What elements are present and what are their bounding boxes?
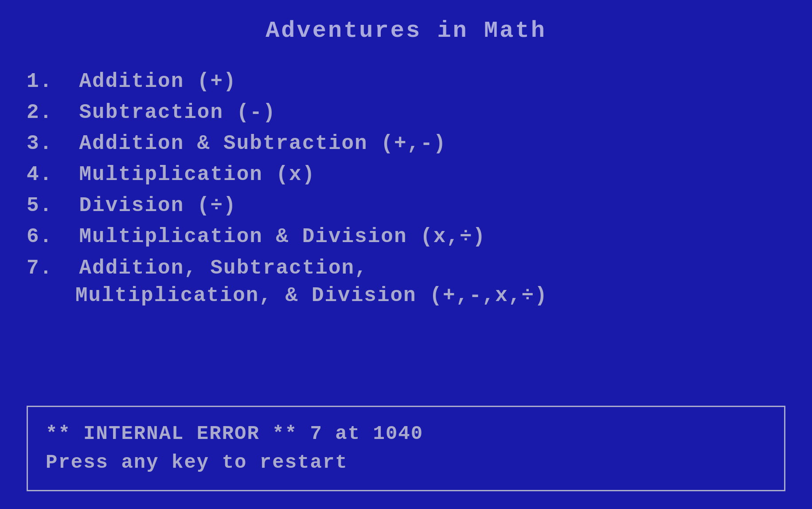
menu-label-6: Multiplication & Division (x,÷) xyxy=(79,225,486,248)
menu-number-3: 3. xyxy=(27,132,79,155)
app-title: Adventures in Math xyxy=(27,18,785,44)
menu-item-7-line2: Multiplication, & Division (+,-,x,÷) xyxy=(27,282,785,309)
menu-item-1[interactable]: 1. Addition (+) xyxy=(27,66,785,97)
menu-item-7[interactable]: 7. Addition, Subtraction, Multiplication… xyxy=(27,253,785,311)
error-line2: Press any key to restart xyxy=(46,449,766,477)
menu-label-2: Subtraction (-) xyxy=(79,101,276,124)
menu-list: 1. Addition (+) 2. Subtraction (-) 3. Ad… xyxy=(27,66,785,392)
error-box: ** INTERNAL ERROR ** 7 at 1040 Press any… xyxy=(27,406,785,491)
menu-label-5: Division (÷) xyxy=(79,194,236,217)
menu-item-2[interactable]: 2. Subtraction (-) xyxy=(27,97,785,128)
menu-item-5[interactable]: 5. Division (÷) xyxy=(27,190,785,221)
menu-item-7-line1: 7. Addition, Subtraction, xyxy=(27,254,785,282)
menu-number-4: 4. xyxy=(27,163,79,186)
menu-item-4[interactable]: 4. Multiplication (x) xyxy=(27,159,785,190)
main-screen: Adventures in Math 1. Addition (+) 2. Su… xyxy=(0,0,812,509)
menu-item-6[interactable]: 6. Multiplication & Division (x,÷) xyxy=(27,221,785,252)
menu-label-3: Addition & Subtraction (+,-) xyxy=(79,132,446,155)
menu-number-2: 2. xyxy=(27,101,79,124)
menu-number-7: 7. xyxy=(27,257,79,280)
menu-label-4: Multiplication (x) xyxy=(79,163,315,186)
menu-number-6: 6. xyxy=(27,225,79,248)
menu-number-1: 1. xyxy=(27,70,79,93)
menu-item-3[interactable]: 3. Addition & Subtraction (+,-) xyxy=(27,128,785,159)
error-line1: ** INTERNAL ERROR ** 7 at 1040 xyxy=(46,420,766,448)
menu-label-1: Addition (+) xyxy=(79,70,236,93)
menu-number-5: 5. xyxy=(27,194,79,217)
